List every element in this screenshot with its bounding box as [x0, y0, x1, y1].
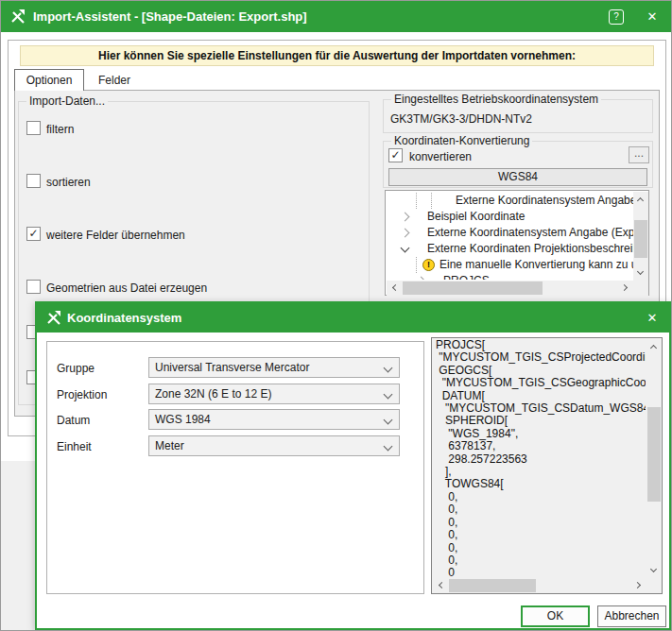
main-window-title: Import-Assistent - [Shape-Dateien: Expor… — [33, 1, 307, 32]
scrollbar-corner — [646, 578, 662, 593]
wkt-horizontal-scrollbar[interactable] — [433, 578, 646, 593]
import-daten-group-title: Import-Daten... — [26, 94, 108, 108]
tree-guide-line — [431, 193, 432, 209]
projektion-value: Zone 32N (6 E to 12 E) — [155, 387, 271, 401]
koordinatensystem-dialog: Koordinatensystem ✕ Gruppe Universal Tra… — [35, 301, 671, 630]
main-titlebar: Import-Assistent - [Shape-Dateien: Expor… — [1, 1, 672, 32]
scroll-left-icon[interactable] — [433, 578, 448, 593]
checkbox-sortieren[interactable] — [26, 174, 41, 188]
tree-item-3[interactable]: Externe Koordinatensystem Angabe (Expo — [387, 225, 633, 241]
coordinate-tree: Externe Koordinatensystem Angabe exis Be… — [385, 190, 649, 296]
checkbox-filtern[interactable] — [26, 121, 41, 135]
warning-icon: ! — [422, 259, 435, 271]
cs-close-icon[interactable]: ✕ — [645, 311, 660, 326]
einheit-label: Einheit — [57, 440, 92, 453]
betriebs-cs-group-title: Eingestelltes Betriebskoordinatensystem — [391, 93, 601, 106]
gruppe-label: Gruppe — [57, 362, 95, 375]
scroll-up-icon[interactable] — [633, 192, 648, 207]
tab-optionen[interactable]: Optionen — [14, 69, 84, 91]
checkbox-filtern-label: filtern — [46, 123, 74, 136]
scrollbar-corner — [633, 281, 648, 296]
checkbox-sortieren-label: sortieren — [46, 176, 91, 189]
checkbox-konvertieren[interactable]: ✓ — [388, 148, 403, 162]
cancel-button[interactable]: Abbrechen — [597, 605, 666, 627]
datum-value: WGS 1984 — [155, 413, 211, 426]
projektion-label: Projektion — [57, 388, 107, 401]
chevron-right-icon[interactable] — [417, 277, 426, 280]
tree-item-label: PROJCS — [443, 273, 490, 280]
screen: Import-Assistent - [Shape-Dateien: Expor… — [0, 0, 672, 631]
tree-item-1[interactable]: Externe Koordinatensystem Angabe exis — [387, 193, 633, 209]
betriebs-cs-group: Eingestelltes Betriebskoordinatensystem … — [383, 99, 653, 133]
gruppe-select[interactable]: Universal Transverse Mercator — [148, 357, 400, 378]
einheit-value: Meter — [155, 439, 184, 452]
scroll-right-icon[interactable] — [618, 281, 633, 296]
checkbox-geometrien-label: Geometrien aus Datei erzeugen — [46, 281, 207, 295]
gruppe-value: Universal Transverse Mercator — [155, 361, 309, 374]
checkbox-konvertieren-label: konvertieren — [409, 150, 472, 163]
tree-item-5[interactable]: ! Eine manuelle Konvertierung kann zu un — [387, 257, 633, 273]
tab-felder-label: Felder — [98, 74, 130, 87]
chevron-right-icon[interactable] — [401, 213, 410, 222]
check-icon: ✓ — [28, 227, 38, 240]
tree-item-label: Eine manuelle Konvertierung kann zu un — [439, 257, 633, 273]
checkbox-weitere-felder[interactable]: ✓ — [26, 227, 41, 241]
tree-guide-line — [416, 193, 417, 209]
wkt-vscroll-thumb[interactable] — [647, 407, 661, 502]
cs-dialog-title: Koordinatensystem — [67, 303, 181, 333]
tab-optionen-label: Optionen — [26, 74, 73, 87]
projektion-select[interactable]: Zone 32N (6 E to 12 E) — [148, 384, 400, 404]
chevron-right-icon[interactable] — [401, 229, 410, 238]
tree-item-label: Externe Koordinatensystem Angabe (Expo — [427, 225, 633, 241]
datum-label: Datum — [57, 414, 90, 427]
tab-felder[interactable]: Felder — [88, 70, 141, 91]
tree-hscroll-thumb[interactable] — [403, 281, 543, 295]
check-icon: ✓ — [390, 148, 400, 162]
scroll-right-icon[interactable] — [631, 578, 646, 593]
konvertierung-group-title: Koordinaten-Konvertierung — [391, 134, 532, 147]
betriebs-cs-value: GK3TM/GK3-3/DHDN-NTv2 — [390, 112, 532, 126]
tree-horizontal-scrollbar[interactable] — [387, 281, 633, 296]
help-icon[interactable]: ? — [609, 9, 624, 25]
chevron-down-icon — [384, 416, 393, 425]
scroll-down-icon[interactable] — [633, 265, 648, 281]
ok-button[interactable]: OK — [521, 605, 590, 627]
tree-item-6[interactable]: PROJCS — [387, 273, 633, 280]
wkt-text: PROJCS[ "MYCUSTOM_TGIS_CSProjectedCoordi… — [436, 339, 646, 576]
chevron-down-icon[interactable] — [401, 244, 410, 253]
checkbox-weitere-felder-label: weitere Felder übernehmen — [46, 229, 185, 242]
tree-item-4[interactable]: Externe Koordinaten Projektionsbeschreib… — [387, 241, 633, 257]
tree-viewport: Externe Koordinatensystem Angabe exis Be… — [387, 192, 633, 280]
scroll-down-icon[interactable] — [646, 563, 662, 578]
wkt-hscroll-thumb[interactable] — [449, 579, 536, 592]
checkbox-geometrien[interactable] — [26, 280, 41, 294]
chevron-down-icon — [384, 390, 393, 400]
einheit-select[interactable]: Meter — [148, 435, 400, 456]
app-logo-icon — [9, 8, 26, 25]
wkt-vertical-scrollbar[interactable] — [646, 339, 662, 578]
scroll-left-icon[interactable] — [387, 281, 402, 296]
browse-cs-button[interactable]: ... — [629, 146, 649, 163]
banner-message: Hier können Sie spezielle Einstellungen … — [20, 45, 654, 66]
tree-item-2[interactable]: Beispiel Koordinate — [387, 209, 633, 225]
datum-select[interactable]: WGS 1984 — [148, 409, 400, 430]
tree-item-label: Beispiel Koordinate — [427, 209, 525, 225]
chevron-down-icon — [384, 364, 393, 373]
cs-dialog-titlebar: Koordinatensystem ✕ — [37, 303, 669, 333]
app-logo-icon — [45, 309, 62, 326]
wkt-memo[interactable]: PROJCS[ "MYCUSTOM_TGIS_CSProjectedCoordi… — [431, 337, 663, 594]
tree-vertical-scrollbar[interactable] — [633, 192, 648, 281]
target-cs-button[interactable]: WGS84 — [388, 168, 647, 186]
tree-guide-line — [416, 257, 417, 273]
tree-vscroll-thumb[interactable] — [634, 220, 647, 258]
cs-form-panel: Gruppe Universal Transverse Mercator Pro… — [46, 341, 424, 594]
main-close-icon[interactable]: ✕ — [645, 9, 660, 25]
scroll-up-icon[interactable] — [646, 339, 662, 354]
chevron-down-icon — [384, 442, 393, 452]
tree-item-label: Externe Koordinatensystem Angabe exis — [456, 193, 633, 209]
tree-item-label: Externe Koordinaten Projektionsbeschreib… — [427, 241, 633, 257]
